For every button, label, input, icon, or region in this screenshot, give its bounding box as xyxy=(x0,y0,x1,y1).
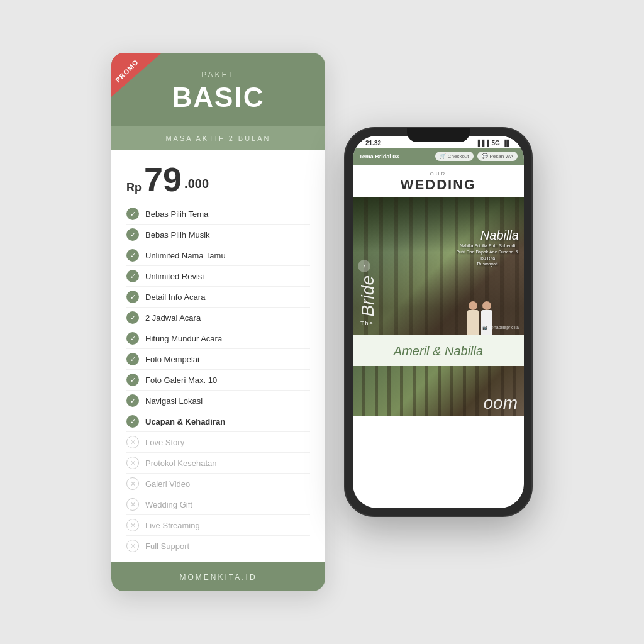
wedding-title: WEDDING xyxy=(353,177,524,193)
x-icon: ✕ xyxy=(126,436,139,448)
instagram-handle: 📷 @nabillapricilia xyxy=(482,325,519,330)
feature-item: ✓ Foto Mempelai xyxy=(126,353,310,365)
footer-text: MOMENKITA.ID xyxy=(179,573,257,582)
card-body: Rp 79 .000 ✓ Bebas Pilih Tema ✓ Bebas Pi… xyxy=(111,150,325,562)
feature-item: ✓ Hitung Mundur Acara xyxy=(126,332,310,345)
check-icon: ✓ xyxy=(126,208,139,220)
phone-screen: 21.32 ▐▐▐ 5G ▐▌ Tema Bridal 03 🛒 Checkou… xyxy=(353,136,524,508)
bride-body xyxy=(481,310,492,335)
feature-item: ✓ Foto Galeri Max. 10 xyxy=(126,374,310,386)
person-groom xyxy=(467,301,479,335)
check-icon: ✓ xyxy=(126,374,139,386)
groom-body xyxy=(467,310,479,335)
bride-side-text: Bride xyxy=(358,275,378,316)
x-icon: ✕ xyxy=(126,477,139,490)
pesan-wa-button[interactable]: 💬 Pesan WA xyxy=(477,152,518,161)
groom-head xyxy=(469,301,477,310)
audio-button[interactable]: ♪ xyxy=(358,260,370,272)
feature-item: ✓ Navigasi Lokasi xyxy=(126,394,310,407)
features-list: ✓ Bebas Pilih Tema ✓ Bebas Pilih Musik ✓… xyxy=(126,208,310,552)
price-decimal: .000 xyxy=(184,177,209,191)
couple-names-section: Ameril & Nabilla xyxy=(353,335,524,366)
masa-aktif-text: MASA AKTIF 2 BULAN xyxy=(165,135,270,142)
battery-icon: ▐▌ xyxy=(502,140,511,147)
signal-icon: ▐▐▐ xyxy=(475,140,489,147)
x-icon: ✕ xyxy=(126,519,139,531)
bride-script-name: Nabilla xyxy=(456,228,519,243)
the-text: The xyxy=(360,320,374,326)
status-time: 21.32 xyxy=(365,140,381,147)
wedding-bottom-image: oom xyxy=(353,366,524,416)
masa-aktif-bar: MASA AKTIF 2 BULAN xyxy=(111,126,325,150)
price-main: 79 xyxy=(144,162,182,196)
feature-item-excluded: ✕ Full Support xyxy=(126,540,310,552)
network-type: 5G xyxy=(491,140,499,147)
check-icon: ✓ xyxy=(126,270,139,282)
paket-name: BASIC xyxy=(124,82,313,113)
check-icon: ✓ xyxy=(126,291,139,303)
pricing-card: PROMO PAKET BASIC MASA AKTIF 2 BULAN Rp … xyxy=(111,53,325,591)
feature-item-excluded: ✕ Galeri Video xyxy=(126,477,310,490)
our-text: OUR xyxy=(353,171,524,177)
phone-notch xyxy=(407,128,470,142)
card-header: PROMO PAKET BASIC xyxy=(111,53,325,126)
paket-label: PAKET xyxy=(124,70,313,79)
feature-item-excluded: ✕ Live Streaming xyxy=(126,519,310,531)
feature-item-excluded: ✕ Wedding Gift xyxy=(126,498,310,511)
feature-item: ✓ Ucapan & Kehadiran xyxy=(126,415,310,428)
phone-content: OUR WEDDING xyxy=(353,165,524,499)
check-icon: ✓ xyxy=(126,415,139,428)
feature-item: ✓ Detail Info Acara xyxy=(126,291,310,303)
feature-item-excluded: ✕ OUR Love Story xyxy=(126,436,310,448)
check-icon: ✓ xyxy=(126,228,139,241)
bride-full-name: Nabilla Pricilia Putri SuhendiPutri Dari… xyxy=(456,243,519,267)
feature-item: ✓ Unlimited Nama Tamu xyxy=(126,249,310,262)
instagram-icon: 📷 xyxy=(482,325,488,330)
couple-names: Ameril & Nabilla xyxy=(363,344,514,358)
nav-bar: Tema Bridal 03 🛒 Checkout 💬 Pesan WA xyxy=(353,148,524,165)
check-icon: ✓ xyxy=(126,249,139,262)
price-row: Rp 79 .000 xyxy=(126,162,310,196)
phone-mockup: 21.32 ▐▐▐ 5G ▐▌ Tema Bridal 03 🛒 Checkou… xyxy=(344,127,533,517)
bride-head xyxy=(482,301,491,310)
check-icon: ✓ xyxy=(126,353,139,365)
check-icon: ✓ xyxy=(126,394,139,407)
wedding-header: OUR WEDDING xyxy=(353,165,524,197)
feature-item: ✓ Bebas Pilih Musik xyxy=(126,228,310,241)
nav-tab: Tema Bridal 03 xyxy=(359,153,431,160)
feature-item: ✓ Unlimited Revisi xyxy=(126,270,310,282)
bride-name-overlay: Nabilla Nabilla Pricilia Putri SuhendiPu… xyxy=(456,228,519,267)
groom-bottom-text: oom xyxy=(484,393,518,413)
price-rp: Rp xyxy=(126,181,142,194)
x-icon: ✕ xyxy=(126,540,139,552)
feature-item-excluded: ✕ Protokol Kesehatan xyxy=(126,457,310,469)
check-icon: ✓ xyxy=(126,311,139,324)
feature-item: ✓ Bebas Pilih Tema xyxy=(126,208,310,220)
x-icon: ✕ xyxy=(126,498,139,511)
x-icon: ✕ xyxy=(126,457,139,469)
cart-icon: 🛒 xyxy=(440,153,446,159)
checkout-button[interactable]: 🛒 Checkout xyxy=(435,152,474,161)
feature-item: ✓ 2 Jadwal Acara xyxy=(126,311,310,324)
check-icon: ✓ xyxy=(126,332,139,345)
wa-icon: 💬 xyxy=(482,153,488,159)
card-footer: MOMENKITA.ID xyxy=(111,562,325,591)
wedding-hero: Bride The Nabilla Nabilla Pricilia Putri… xyxy=(353,197,524,335)
